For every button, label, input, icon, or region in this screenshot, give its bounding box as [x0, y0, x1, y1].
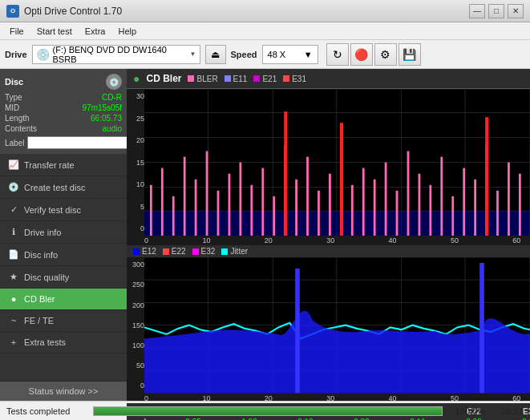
legend-jitter: Jitter: [221, 247, 248, 256]
e21-color-dot: [253, 75, 260, 82]
svg-rect-35: [374, 180, 376, 236]
sidebar-item-verify-test-disc-label: Verify test disc: [24, 205, 81, 215]
svg-rect-47: [508, 163, 510, 236]
disc-title: Disc: [5, 77, 23, 87]
window-controls[interactable]: — □ ✕: [469, 4, 524, 18]
mid-label: MID: [5, 103, 19, 112]
svg-rect-61: [340, 123, 343, 236]
toolbar-icons: ↻ 🔴 ⚙ 💾: [326, 43, 421, 66]
sidebar-item-disc-info[interactable]: 📄 Disc info: [0, 244, 127, 266]
menu-extra[interactable]: Extra: [79, 25, 112, 38]
svg-rect-36: [385, 163, 387, 236]
svg-rect-39: [419, 174, 421, 236]
svg-rect-60: [284, 111, 287, 236]
title-bar: O Opti Drive Control 1.70 — □ ✕: [0, 0, 530, 22]
content-area: ● CD Bler BLER E11 E21 E31: [127, 69, 530, 401]
svg-rect-33: [351, 185, 354, 236]
drive-icon: 💿: [36, 48, 50, 61]
e12-color-dot: [133, 248, 140, 255]
close-button[interactable]: ✕: [508, 4, 524, 18]
y-axis-left-bottom: 300 250 200 150 100 50 0: [127, 257, 144, 393]
main-layout: Disc 💿 Type CD-R MID 97m15s05f Length 66…: [0, 69, 530, 401]
bottom-chart-svg: [144, 257, 530, 393]
svg-rect-41: [440, 157, 443, 236]
sidebar-item-disc-quality[interactable]: ★ Disc quality: [0, 266, 127, 289]
x-axis-labels: 0 10 20 30 40 50 60 70 80 min: [144, 236, 530, 245]
legend-bler: BLER: [188, 75, 217, 83]
sidebar-item-drive-info-label: Drive info: [24, 228, 61, 237]
chart-title: CD Bler: [146, 73, 181, 84]
top-chart: 30 25 20 15 10 5 0: [127, 89, 530, 236]
status-text: Tests completed: [6, 406, 87, 416]
contents-label: Contents: [5, 124, 37, 133]
menu-file[interactable]: File: [3, 25, 30, 38]
minimize-button[interactable]: —: [469, 4, 485, 18]
e31-color-dot: [283, 75, 289, 82]
status-percent: 100.0%: [449, 406, 485, 416]
svg-rect-24: [250, 185, 253, 236]
svg-rect-78: [479, 263, 484, 393]
svg-rect-43: [463, 168, 465, 236]
drive-select[interactable]: 💿 (F:) BENQ DVD DD DW1640 BSRB ▼: [32, 45, 200, 64]
stats-avg-row: Avg 2.35 1.83 0.19 0.33 3.11 0.00 0.00 1…: [133, 417, 530, 421]
cd-bler-icon: ●: [8, 294, 19, 304]
menu-start-test[interactable]: Start test: [30, 25, 79, 38]
e32-color-dot: [192, 248, 199, 255]
eject-button[interactable]: ⏏: [205, 45, 226, 64]
disc-info-icon: 📄: [8, 249, 19, 260]
sidebar-item-extra-tests[interactable]: + Extra tests: [0, 332, 127, 353]
sidebar-item-disc-info-label: Disc info: [24, 250, 58, 260]
svg-rect-22: [229, 174, 231, 236]
e11-legend-label: E11: [233, 75, 248, 83]
sidebar-item-cd-bler-label: CD Bler: [24, 294, 55, 304]
top-chart-area: [144, 89, 530, 236]
refresh-icon[interactable]: ↻: [326, 43, 349, 66]
svg-rect-48: [519, 174, 521, 236]
bottom-chart-legend: E12 E22 E32 Jitter: [127, 245, 530, 257]
sidebar-item-create-test-disc[interactable]: 💿 Create test disc: [0, 176, 127, 199]
e12-legend-label: E12: [142, 247, 156, 256]
svg-rect-23: [239, 163, 241, 236]
status-time: 08:21: [492, 406, 524, 416]
length-value: 66:05.73: [91, 114, 122, 123]
svg-rect-30: [318, 191, 320, 236]
e31-legend-label: E31: [292, 75, 306, 83]
legend-e12: E12: [133, 247, 156, 256]
menu-help[interactable]: Help: [111, 25, 143, 38]
sidebar-item-cd-bler[interactable]: ● CD Bler: [0, 289, 127, 310]
type-label: Type: [5, 93, 22, 102]
e22-color-dot: [163, 248, 169, 255]
speed-dropdown-arrow: ▼: [304, 50, 313, 59]
maximize-button[interactable]: □: [488, 4, 504, 18]
chart-header: ● CD Bler BLER E11 E21 E31: [127, 69, 530, 89]
top-chart-svg: [144, 89, 530, 236]
bottom-chart-area: [144, 257, 530, 393]
jitter-legend-label: Jitter: [230, 247, 248, 256]
svg-rect-19: [195, 180, 197, 236]
sidebar-item-verify-test-disc[interactable]: ✓ Verify test disc: [0, 199, 127, 221]
bler-color-dot: [188, 75, 194, 82]
label-input[interactable]: [27, 136, 131, 149]
status-window-button[interactable]: Status window >>: [0, 381, 127, 401]
settings-icon[interactable]: ⚙: [374, 43, 397, 66]
y-axis-left-top: 30 25 20 15 10 5 0: [127, 89, 144, 236]
speed-select[interactable]: 48 X ▼: [262, 45, 318, 64]
verify-test-disc-icon: ✓: [8, 204, 19, 215]
sidebar-item-drive-info[interactable]: ℹ Drive info: [0, 221, 127, 244]
mid-value: 97m15s05f: [83, 103, 122, 112]
legend-e22: E22: [163, 247, 186, 256]
drive-select-text: (F:) BENQ DVD DD DW1640 BSRB: [53, 45, 187, 64]
legend-e11: E11: [225, 75, 248, 83]
svg-rect-40: [429, 185, 431, 236]
svg-rect-21: [217, 191, 220, 236]
sidebar-item-fe-te[interactable]: ~ FE / TE: [0, 310, 127, 332]
sidebar-item-transfer-rate[interactable]: 📈 Transfer rate: [0, 154, 127, 176]
bottom-x-axis: 0 10 20 30 40 50 60 70 80 min: [144, 394, 530, 403]
label-label: Label: [5, 139, 24, 147]
svg-rect-28: [295, 180, 297, 236]
svg-rect-20: [206, 151, 208, 236]
save-icon[interactable]: 💾: [399, 43, 421, 66]
burn-icon[interactable]: 🔴: [350, 43, 373, 66]
legend-e32: E32: [192, 247, 216, 256]
drive-dropdown-arrow: ▼: [190, 50, 196, 58]
